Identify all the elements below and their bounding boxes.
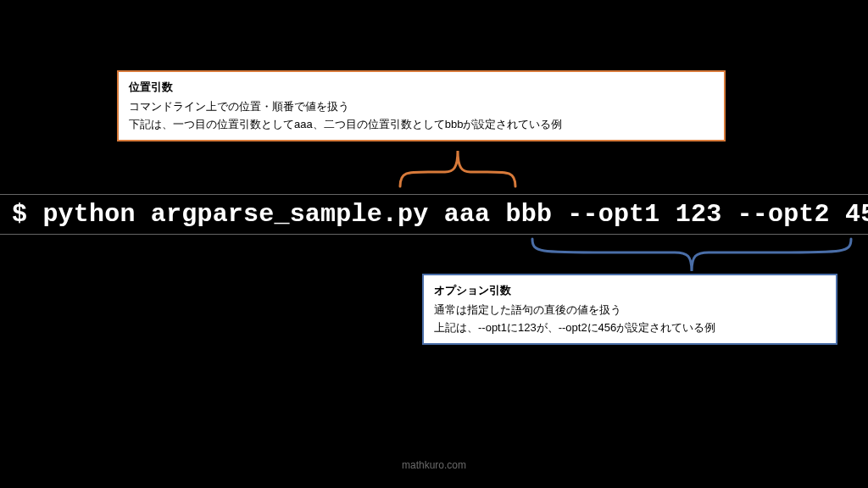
command-text: $ python argparse_sample.py aaa bbb --op…: [12, 200, 868, 229]
optional-args-callout: オプション引数 通常は指定した語句の直後の値を扱う 上記は、--opt1に123…: [422, 274, 837, 345]
footer-credit: mathkuro.com: [0, 459, 868, 471]
optional-args-desc-2: 上記は、--opt1に123が、--opt2に456が設定されている例: [434, 319, 826, 337]
positional-args-desc-2: 下記は、一つ目の位置引数としてaaa、二つ目の位置引数としてbbbが設定されてい…: [129, 116, 714, 134]
positional-args-callout: 位置引数 コマンドライン上での位置・順番で値を扱う 下記は、一つ目の位置引数とし…: [117, 70, 726, 141]
optional-args-desc-1: 通常は指定した語句の直後の値を扱う: [434, 302, 826, 319]
command-line: python argparse_sample.py aaa bbb --opt1…: [42, 200, 868, 229]
command-bar: $ python argparse_sample.py aaa bbb --op…: [0, 194, 868, 235]
brace-top-icon: [398, 142, 517, 191]
brace-bottom-icon: [531, 237, 853, 275]
positional-args-desc-1: コマンドライン上での位置・順番で値を扱う: [129, 98, 714, 116]
positional-args-title: 位置引数: [129, 79, 714, 97]
optional-args-title: オプション引数: [434, 282, 826, 300]
prompt-symbol: $: [12, 200, 27, 229]
